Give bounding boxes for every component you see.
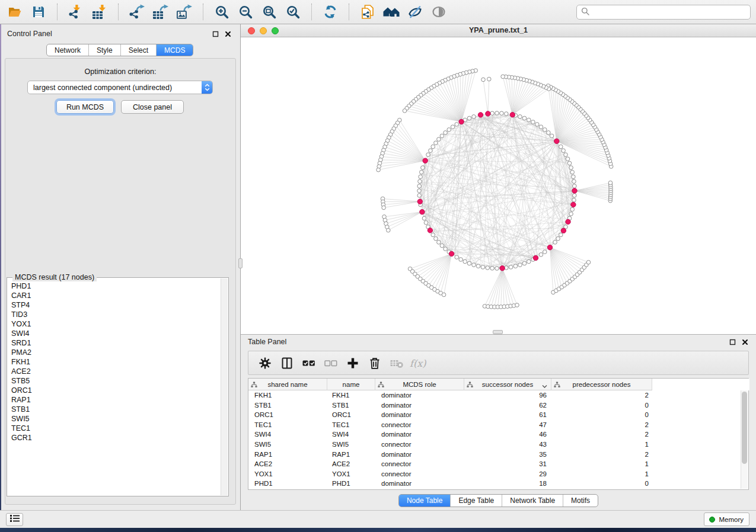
network-graph-svg[interactable] [241, 37, 756, 334]
close-panel-icon[interactable] [224, 30, 232, 38]
gene-node[interactable] [518, 263, 522, 267]
mcds-hub-node[interactable] [561, 228, 566, 233]
gene-node[interactable] [421, 166, 425, 170]
leaf-gene-node[interactable] [501, 75, 505, 79]
gene-node[interactable] [572, 175, 576, 179]
network-view[interactable] [241, 37, 756, 334]
leaf-gene-node[interactable] [586, 260, 591, 264]
gene-node[interactable] [417, 189, 422, 193]
select-all-icon[interactable] [298, 353, 320, 373]
leaf-gene-node[interactable] [387, 228, 391, 232]
gene-node[interactable] [463, 259, 467, 264]
gene-node[interactable] [539, 125, 543, 129]
gene-node[interactable] [553, 241, 557, 245]
mcds-result-item[interactable]: ORC1 [11, 386, 220, 395]
table-row[interactable]: RAP1RAP1dominator352 [248, 450, 748, 460]
gene-node[interactable] [455, 255, 459, 259]
mcds-result-item[interactable]: STP4 [11, 300, 220, 310]
mcds-hub-node[interactable] [572, 188, 577, 193]
gene-node[interactable] [543, 250, 547, 254]
tab-edge-table[interactable]: Edge Table [450, 495, 502, 507]
mcds-hub-node[interactable] [420, 210, 425, 214]
table-row[interactable]: FKH1FKH1dominator962 [248, 390, 748, 400]
network-home-icon[interactable] [381, 2, 402, 22]
mcds-result-item[interactable]: PHD1 [11, 281, 220, 291]
tab-mcds[interactable]: MCDS [156, 44, 193, 56]
gene-node[interactable] [418, 180, 422, 184]
clone-network-icon[interactable] [357, 2, 378, 22]
gene-node[interactable] [559, 233, 563, 237]
column-header-successor-nodes[interactable]: successor nodes [464, 379, 551, 390]
leaf-gene-node[interactable] [442, 293, 446, 297]
gene-node[interactable] [535, 123, 540, 127]
show-columns-icon[interactable] [276, 353, 298, 373]
gene-node[interactable] [550, 134, 554, 138]
gene-node[interactable] [495, 267, 499, 271]
gene-node[interactable] [543, 128, 547, 132]
gene-node[interactable] [424, 221, 428, 225]
gene-node[interactable] [539, 253, 543, 257]
mcds-hub-node[interactable] [533, 255, 538, 260]
table-row[interactable]: ACE2ACE2connector311 [248, 459, 748, 469]
deselect-all-icon[interactable] [320, 353, 342, 373]
gene-node[interactable] [573, 184, 577, 188]
mcds-hub-node[interactable] [566, 219, 570, 224]
zoom-out-icon[interactable] [235, 2, 256, 22]
table-row[interactable]: STB1STB1dominator620 [248, 400, 748, 411]
gene-node[interactable] [573, 194, 577, 198]
gene-node[interactable] [476, 264, 480, 268]
leaf-gene-node[interactable] [382, 206, 386, 210]
leaf-gene-node[interactable] [377, 168, 381, 172]
gene-node[interactable] [467, 261, 471, 265]
gene-node[interactable] [417, 194, 422, 198]
mcds-result-item[interactable]: CAR1 [11, 291, 220, 300]
tab-node-table[interactable]: Node Table [399, 495, 451, 507]
zoom-selected-icon[interactable] [282, 2, 304, 22]
gene-node[interactable] [569, 212, 573, 216]
gene-node[interactable] [417, 184, 422, 188]
gene-node[interactable] [556, 237, 560, 241]
gene-node[interactable] [431, 233, 435, 237]
search-box[interactable] [576, 5, 751, 20]
column-header-shared-name[interactable]: shared name [248, 379, 327, 390]
mcds-hub-node[interactable] [547, 245, 552, 250]
mcds-result-item[interactable]: PMA2 [11, 348, 220, 357]
gene-node[interactable] [572, 198, 576, 203]
leaf-gene-node[interactable] [487, 77, 492, 81]
gene-node[interactable] [434, 237, 438, 241]
tab-network[interactable]: Network [47, 44, 88, 56]
gene-node[interactable] [570, 170, 575, 174]
column-header-predecessor-nodes[interactable]: predecessor nodes [551, 379, 652, 390]
panel-menu-button[interactable] [6, 513, 23, 526]
mcds-hub-node[interactable] [428, 228, 432, 233]
horizontal-splitter-handle[interactable] [493, 330, 503, 334]
tab-network-table[interactable]: Network Table [502, 495, 563, 507]
gene-node[interactable] [459, 258, 463, 262]
apply-preferred-layout-icon[interactable] [320, 2, 341, 22]
gene-node[interactable] [527, 118, 531, 122]
mcds-result-item[interactable]: SWI4 [11, 329, 220, 338]
mcds-hub-node[interactable] [478, 113, 483, 117]
gene-node[interactable] [426, 153, 430, 157]
mcds-hub-node[interactable] [449, 251, 454, 256]
gene-node[interactable] [531, 120, 535, 124]
gene-node[interactable] [437, 241, 441, 245]
mcds-result-item[interactable]: TEC1 [11, 424, 220, 433]
float-panel-icon[interactable] [212, 30, 219, 38]
mcds-result-list[interactable]: PHD1CAR1STP4TID3YOX1SWI4SRD1PMA2FKH1ACE2… [8, 279, 220, 495]
import-network-icon[interactable] [65, 2, 87, 22]
gene-node[interactable] [490, 111, 495, 116]
gene-node[interactable] [527, 259, 531, 264]
import-table-icon[interactable] [89, 2, 110, 22]
gene-node[interactable] [509, 265, 513, 270]
zoom-in-icon[interactable] [211, 2, 232, 22]
gene-node[interactable] [570, 207, 575, 211]
table-settings-icon[interactable] [254, 353, 276, 373]
mcds-result-item[interactable]: YOX1 [11, 319, 220, 329]
gene-node[interactable] [472, 115, 476, 119]
mcds-hub-node[interactable] [554, 139, 559, 143]
gene-node[interactable] [437, 137, 441, 142]
mcds-hub-node[interactable] [423, 158, 428, 163]
export-image-icon[interactable] [174, 2, 195, 22]
table-row[interactable]: TEC1TEC1connector472 [248, 420, 748, 430]
